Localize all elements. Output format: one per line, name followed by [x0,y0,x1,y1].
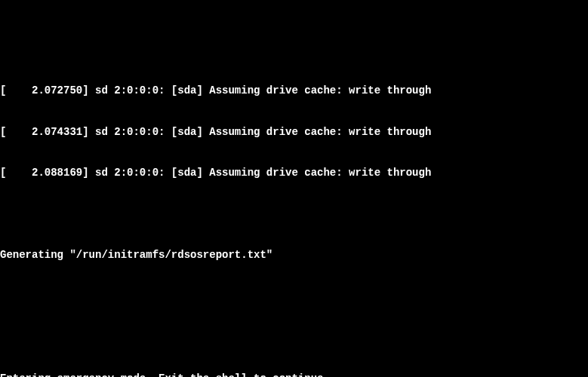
generating-report-line: Generating "/run/initramfs/rdsosreport.t… [0,248,588,262]
kernel-log-line: [ 2.088169] sd 2:0:0:0: [sda] Assuming d… [0,166,588,179]
terminal-console[interactable]: [ 2.072750] sd 2:0:0:0: [sda] Assuming d… [0,57,588,377]
kernel-log-line: [ 2.074331] sd 2:0:0:0: [sda] Assuming d… [0,125,588,139]
kernel-log-line: [ 2.072750] sd 2:0:0:0: [sda] Assuming d… [0,84,588,97]
emergency-mode-line: Entering emergency mode. Exit the shell … [0,372,588,378]
blank-line [0,330,588,344]
blank-line [0,290,588,303]
blank-line [0,207,588,221]
